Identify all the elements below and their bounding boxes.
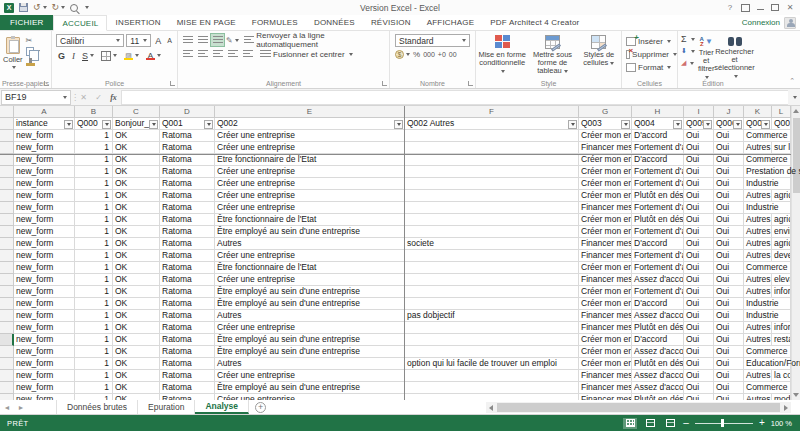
cell-E10[interactable]: Être employé au sein d'une entreprise [215, 226, 405, 238]
cell-B11[interactable]: 1 [75, 238, 113, 250]
font-dialog-launcher-icon[interactable] [170, 81, 175, 86]
avatar[interactable] [784, 17, 796, 29]
italic-button[interactable]: I [70, 49, 77, 62]
cell-I8[interactable]: Oui [684, 202, 714, 214]
cell-G17[interactable]: Financer mes études [579, 310, 632, 322]
cell-F10[interactable] [405, 226, 579, 238]
cell-H2[interactable]: D'accord [632, 130, 684, 142]
format-as-table-button[interactable]: Mettre sous forme de tableau [526, 32, 578, 75]
cell-B15[interactable]: 1 [75, 286, 113, 298]
cell-L12[interactable]: developpement [772, 250, 791, 262]
decrease-decimal-icon[interactable]: 00 [449, 51, 457, 58]
cell-J2[interactable]: Oui [714, 130, 744, 142]
filter-dropdown-icon[interactable] [102, 120, 111, 129]
cell-K21[interactable]: Education/Formation [744, 358, 772, 370]
cell-A21[interactable]: new_form [14, 358, 75, 370]
filter-dropdown-icon[interactable] [761, 120, 770, 129]
font-size-select[interactable]: 11 [126, 34, 151, 47]
cell-B10[interactable]: 1 [75, 226, 113, 238]
column-header-B[interactable]: B [75, 106, 113, 118]
zoom-slider[interactable] [695, 423, 753, 424]
select-all-corner[interactable] [0, 106, 14, 118]
ribbon-tab-insertion[interactable]: INSERTION [107, 15, 168, 30]
bold-button[interactable]: G [56, 49, 67, 62]
cell-D4[interactable]: Ratoma [160, 154, 215, 166]
cell-E22[interactable]: Créer une entreprise [215, 370, 405, 382]
cell-J8[interactable]: Oui [714, 202, 744, 214]
cell-A10[interactable]: new_form [14, 226, 75, 238]
cell-F19[interactable] [405, 334, 579, 346]
cell-A12[interactable]: new_form [14, 250, 75, 262]
cell-G3[interactable]: Financer mes études [579, 142, 632, 154]
font-color-icon[interactable]: A [144, 49, 163, 62]
cell-F5[interactable] [405, 166, 579, 178]
cell-E1[interactable]: Q002 [215, 118, 405, 130]
cell-B8[interactable]: 1 [75, 202, 113, 214]
cell-H6[interactable]: Fortement d'accord [632, 178, 684, 190]
filter-dropdown-icon[interactable] [733, 120, 742, 129]
row-header-3[interactable] [0, 142, 14, 154]
cell-G13[interactable]: Créer mon entreprise [579, 262, 632, 274]
column-header-E[interactable]: E [215, 106, 405, 118]
vertical-scroll-thumb[interactable] [793, 118, 800, 193]
cell-G16[interactable]: Créer mon entreprise [579, 298, 632, 310]
cell-B21[interactable]: 1 [75, 358, 113, 370]
cell-D5[interactable]: Ratoma [160, 166, 215, 178]
filter-dropdown-icon[interactable] [394, 120, 403, 129]
page-layout-view-icon[interactable] [643, 418, 657, 429]
column-header-L[interactable]: L [772, 106, 791, 118]
filter-dropdown-icon[interactable] [673, 120, 682, 129]
cell-L22[interactable]: la couture [772, 370, 791, 382]
cell-I19[interactable]: Oui [684, 334, 714, 346]
cell-C7[interactable]: OK [113, 190, 160, 202]
ribbon-tab-r-vision[interactable]: RÉVISION [363, 15, 419, 30]
cell-I4[interactable]: Oui [684, 154, 714, 166]
cell-K1[interactable]: Q007 [744, 118, 772, 130]
cell-I9[interactable]: Oui [684, 214, 714, 226]
cancel-icon[interactable]: ✕ [76, 93, 91, 102]
clear-icon[interactable]: ◢ [681, 58, 695, 68]
cell-H21[interactable]: Plutôt en désaccord [632, 358, 684, 370]
ribbon-tab-mise-en-page[interactable]: MISE EN PAGE [169, 15, 244, 30]
cell-G8[interactable]: Financer mes études [579, 202, 632, 214]
cell-C10[interactable]: OK [113, 226, 160, 238]
row-header-7[interactable] [0, 190, 14, 202]
cell-F14[interactable] [405, 274, 579, 286]
cell-L19[interactable]: restauration [772, 334, 791, 346]
cell-F17[interactable]: pas dobjectif [405, 310, 579, 322]
align-left-icon[interactable] [181, 48, 195, 60]
close-icon[interactable]: ✕ [783, 2, 797, 14]
scroll-right-icon[interactable] [784, 405, 788, 411]
cell-H10[interactable]: Fortement d'accord [632, 226, 684, 238]
cell-H18[interactable]: Plutôt en désaccord [632, 322, 684, 334]
row-header-11[interactable] [0, 238, 14, 250]
cell-A19[interactable]: new_form [14, 334, 75, 346]
sheet-tab-epuration[interactable]: Epuration [138, 400, 195, 414]
cell-K9[interactable]: Autres [744, 214, 772, 226]
cell-D12[interactable]: Ratoma [160, 250, 215, 262]
cell-D19[interactable]: Ratoma [160, 334, 215, 346]
cell-F18[interactable] [405, 322, 579, 334]
row-header-5[interactable] [0, 166, 14, 178]
cell-G15[interactable]: Créer mon entreprise [579, 286, 632, 298]
minimize-icon[interactable] [753, 2, 767, 14]
cell-H3[interactable]: Fortement d'accord [632, 142, 684, 154]
cell-A11[interactable]: new_form [14, 238, 75, 250]
cell-H12[interactable]: Fortement d'accord [632, 250, 684, 262]
cell-E13[interactable]: Être fonctionnaire de l'Etat [215, 262, 405, 274]
cell-B22[interactable]: 1 [75, 370, 113, 382]
cell-C20[interactable]: OK [113, 346, 160, 358]
cell-A14[interactable]: new_form [14, 274, 75, 286]
cell-E14[interactable]: Créer une entreprise [215, 274, 405, 286]
cell-A3[interactable]: new_form [14, 142, 75, 154]
cell-I12[interactable]: Oui [684, 250, 714, 262]
find-select-button[interactable]: Rechercher et sélectionner [718, 34, 752, 81]
copy-icon[interactable] [26, 47, 40, 56]
cell-I23[interactable]: Oui [684, 382, 714, 394]
cell-H17[interactable]: Assez d'accord [632, 310, 684, 322]
cell-B6[interactable]: 1 [75, 178, 113, 190]
cell-E17[interactable]: Autres [215, 310, 405, 322]
cell-H13[interactable]: Fortement d'accord [632, 262, 684, 274]
ribbon-options-icon[interactable] [738, 2, 752, 14]
cell-F7[interactable] [405, 190, 579, 202]
